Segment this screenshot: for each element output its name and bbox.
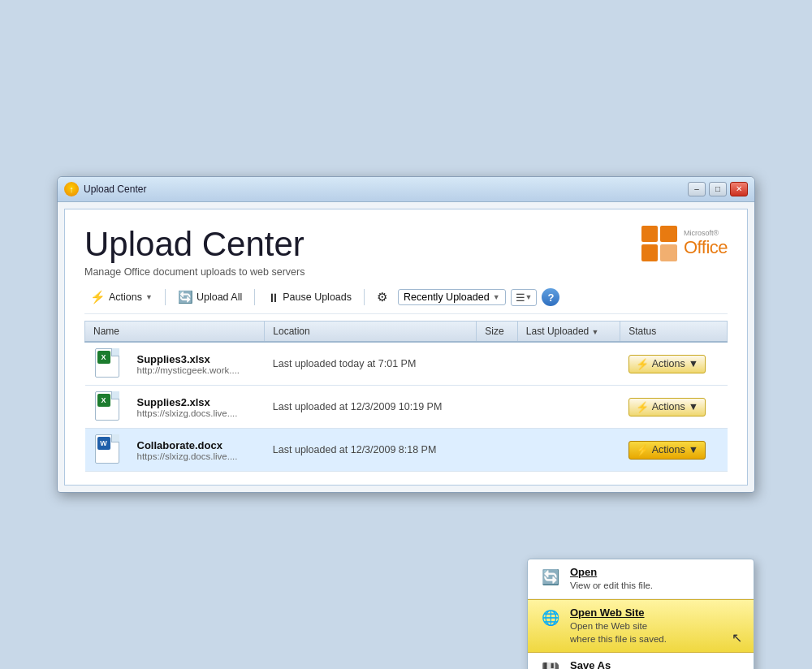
minimize-button[interactable]: – — [688, 182, 706, 196]
save-as-icon: 💾 — [539, 659, 562, 669]
file-name-cell-1: Supplies3.xlsx http://mysticgeek.work...… — [129, 342, 265, 386]
sort-icon: ▼ — [592, 328, 599, 336]
office-squares-icon — [641, 226, 677, 261]
file-url-2: https://slxizg.docs.live.... — [137, 408, 257, 418]
actions-dropdown-arrow: ▼ — [145, 293, 153, 301]
context-menu-item-open[interactable]: 🔄 Open View or edit this file. — [528, 559, 754, 599]
context-menu: 🔄 Open View or edit this file. 🌐 Open We… — [527, 559, 754, 669]
file-status-3 — [517, 429, 620, 472]
file-icon-cell-2: X — [85, 386, 129, 429]
title-bar: ↑ Upload Center – □ ✕ — [58, 177, 754, 202]
toolbar: ⚡ Actions ▼ 🔄 Upload All ⏸ Pause Uploads… — [84, 287, 728, 314]
pause-uploads-button[interactable]: ⏸ Pause Uploads — [261, 288, 357, 307]
action-lightning-icon-2: ⚡ — [636, 401, 649, 413]
file-name-cell-3: Collaborate.docx https://slxizg.docs.liv… — [129, 429, 265, 472]
office-logo-text: Office — [684, 238, 728, 257]
upload-all-label: Upload All — [197, 291, 242, 303]
actions-button-3[interactable]: ⚡ Actions ▼ — [628, 441, 706, 460]
office-square-2 — [660, 226, 677, 243]
excel-file-icon-1: X — [93, 347, 121, 378]
table-header-row: Name Location Size Last Uploaded ▼ Statu… — [85, 322, 728, 343]
ctx-title-open-web-site: Open Web Site — [570, 606, 667, 619]
table-row: W Collaborate.docx https://slxizg.docs.l… — [85, 429, 728, 472]
file-size-3 — [477, 429, 518, 472]
action-label-1: Actions — [652, 358, 685, 369]
office-text: Microsoft® Office — [684, 230, 728, 257]
app-header: Upload Center Manage Office document upl… — [84, 226, 728, 278]
file-name-1: Supplies3.xlsx — [137, 353, 257, 365]
view-button[interactable]: ☰ ▼ — [511, 289, 538, 306]
office-logo: Microsoft® Office — [641, 226, 728, 261]
open-icon: 🔄 — [539, 566, 562, 589]
toolbar-sep-3 — [364, 289, 365, 305]
file-status-2 — [517, 386, 620, 429]
actions-button-1[interactable]: ⚡ Actions ▼ — [628, 355, 706, 373]
cursor-indicator-icon: ↖ — [732, 630, 742, 645]
restore-button[interactable]: □ — [709, 182, 727, 196]
excel-badge-2: X — [97, 394, 110, 407]
action-label-2: Actions — [652, 401, 685, 412]
action-label-3: Actions — [652, 444, 685, 455]
col-status: Status — [620, 322, 728, 343]
ctx-text-save-as: Save As Save a copy of this file. — [570, 659, 666, 669]
upload-all-button[interactable]: 🔄 Upload All — [172, 287, 248, 307]
filter-dropdown[interactable]: Recently Uploaded ▼ — [398, 289, 506, 305]
office-square-1 — [641, 226, 659, 243]
view-dropdown-arrow: ▼ — [525, 293, 533, 301]
excel-file-icon-2: X — [93, 391, 121, 421]
filter-dropdown-arrow: ▼ — [493, 293, 500, 301]
context-menu-item-open-web-site[interactable]: 🌐 Open Web Site Open the Web sitewhere t… — [528, 599, 754, 653]
actions-button[interactable]: ⚡ Actions ▼ — [84, 287, 158, 307]
file-icon-cell-3: W — [85, 429, 129, 472]
file-icon-cell: X — [85, 342, 129, 386]
file-table: Name Location Size Last Uploaded ▼ Statu… — [84, 321, 728, 472]
pause-uploads-label: Pause Uploads — [283, 291, 352, 303]
file-url-3: https://slxizg.docs.live.... — [137, 451, 257, 461]
view-icon: ☰ — [516, 291, 525, 304]
ctx-desc-open: View or edit this file. — [570, 579, 653, 592]
app-title-area: Upload Center Manage Office document upl… — [84, 226, 304, 278]
actions-label: Actions — [109, 291, 142, 303]
open-web-site-icon: 🌐 — [539, 606, 562, 629]
gear-icon: ⚙ — [377, 290, 387, 304]
file-location-3: Last uploaded at 12/3/2009 8:18 PM — [265, 429, 477, 472]
file-status-1 — [517, 342, 620, 386]
file-icon-body-1: X — [95, 348, 119, 378]
title-bar-left: ↑ Upload Center — [64, 182, 146, 196]
file-action-cell-3: ⚡ Actions ▼ — [620, 429, 728, 472]
excel-badge-1: X — [97, 351, 110, 364]
close-button[interactable]: ✕ — [730, 182, 748, 196]
ctx-title-open: Open — [570, 566, 653, 578]
file-icon-body-2: X — [95, 391, 119, 421]
settings-button[interactable]: ⚙ — [371, 287, 393, 307]
file-location-1: Last uploaded today at 7:01 PM — [265, 342, 477, 386]
file-name-cell-2: Supplies2.xlsx https://slxizg.docs.live.… — [129, 386, 265, 429]
upload-all-icon: 🔄 — [178, 290, 193, 304]
title-bar-controls: – □ ✕ — [688, 182, 748, 196]
action-lightning-icon-1: ⚡ — [636, 358, 649, 370]
file-name-3: Collaborate.docx — [137, 439, 257, 451]
word-file-icon-3: W — [93, 434, 121, 464]
file-url-1: http://mysticgeek.work.... — [137, 365, 257, 375]
col-name: Name — [85, 322, 265, 343]
file-size-2 — [477, 386, 518, 429]
action-dropdown-arrow-2: ▼ — [689, 401, 698, 412]
ctx-text-open: Open View or edit this file. — [570, 566, 653, 592]
col-last-uploaded[interactable]: Last Uploaded ▼ — [517, 322, 620, 343]
main-window: ↑ Upload Center – □ ✕ Upload Center Mana… — [57, 176, 755, 493]
toolbar-sep-2 — [254, 289, 255, 305]
toolbar-sep-1 — [165, 289, 166, 305]
word-badge-3: W — [97, 437, 110, 450]
help-button[interactable]: ? — [542, 288, 559, 306]
col-location: Location — [265, 322, 477, 343]
filter-label: Recently Uploaded — [404, 291, 490, 303]
app-subtitle: Manage Office document uploads to web se… — [84, 266, 304, 278]
actions-icon: ⚡ — [90, 290, 106, 304]
file-icon-body-3: W — [95, 434, 119, 464]
table-row: X Supplies3.xlsx http://mysticgeek.work.… — [85, 342, 728, 386]
context-menu-item-save-as[interactable]: 💾 Save As Save a copy of this file. — [528, 653, 754, 669]
file-name-2: Supplies2.xlsx — [137, 396, 257, 408]
pause-icon: ⏸ — [267, 291, 279, 304]
actions-button-2[interactable]: ⚡ Actions ▼ — [628, 398, 706, 417]
file-action-cell-1: ⚡ Actions ▼ — [620, 342, 728, 386]
